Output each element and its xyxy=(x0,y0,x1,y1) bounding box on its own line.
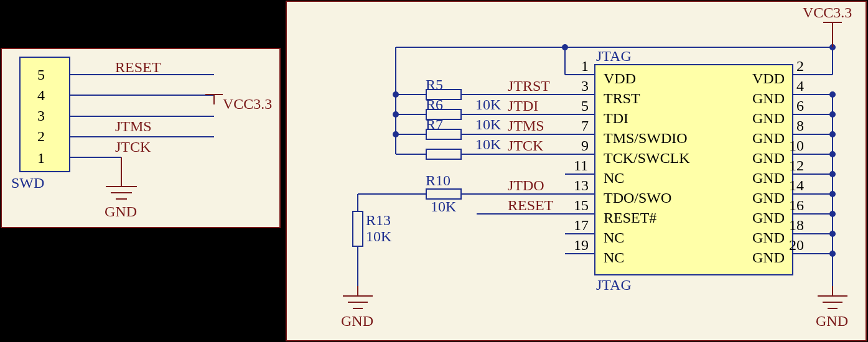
swd-pin-3-net: JTMS xyxy=(115,118,152,134)
svg-text:NC: NC xyxy=(604,170,624,186)
svg-text:GND: GND xyxy=(752,150,785,166)
svg-text:TDO/SWO: TDO/SWO xyxy=(604,190,671,206)
svg-text:GND: GND xyxy=(752,229,785,246)
swd-pin-4-num: 4 xyxy=(37,87,45,103)
svg-text:8: 8 xyxy=(796,118,804,134)
svg-text:10K: 10K xyxy=(475,116,502,132)
swd-pin-1-net: GND xyxy=(105,203,137,220)
svg-text:TCK/SWCLK: TCK/SWCLK xyxy=(604,150,690,166)
swd-pin-5-num: 5 xyxy=(37,67,45,83)
svg-text:10K: 10K xyxy=(475,96,502,113)
jtag-designator: JTAG xyxy=(596,277,632,293)
svg-point-143 xyxy=(829,91,836,98)
svg-text:9: 9 xyxy=(581,137,589,154)
svg-text:JTCK: JTCK xyxy=(508,137,544,154)
svg-point-145 xyxy=(829,131,836,137)
gnd-label-left: GND xyxy=(341,313,373,329)
svg-text:VDD: VDD xyxy=(604,70,636,86)
svg-point-151 xyxy=(829,251,836,257)
svg-point-149 xyxy=(829,211,836,217)
svg-text:JTMS: JTMS xyxy=(508,118,544,134)
swd-pin-5-net: RESET xyxy=(115,59,161,75)
svg-point-144 xyxy=(829,111,836,118)
svg-text:19: 19 xyxy=(574,237,589,253)
svg-text:R13: R13 xyxy=(366,212,391,228)
svg-text:18: 18 xyxy=(789,217,804,233)
svg-text:17: 17 xyxy=(574,217,589,233)
jtag-title: JTAG xyxy=(596,48,632,64)
svg-text:20: 20 xyxy=(789,237,804,253)
svg-text:TDI: TDI xyxy=(604,110,628,126)
svg-text:GND: GND xyxy=(752,210,785,226)
svg-text:5: 5 xyxy=(581,98,589,114)
svg-text:2: 2 xyxy=(796,58,804,74)
svg-text:R10: R10 xyxy=(426,172,450,188)
svg-text:JTRST: JTRST xyxy=(508,78,550,94)
svg-text:RESET#: RESET# xyxy=(604,210,656,226)
swd-pin-3-num: 3 xyxy=(37,108,45,124)
svg-text:GND: GND xyxy=(752,130,785,146)
svg-point-150 xyxy=(829,231,836,237)
svg-text:GND: GND xyxy=(752,90,785,106)
svg-text:12: 12 xyxy=(789,157,804,173)
swd-pin-2-net: JTCK xyxy=(115,139,151,155)
svg-point-146 xyxy=(829,151,836,157)
svg-text:14: 14 xyxy=(789,177,804,193)
svg-text:R7: R7 xyxy=(426,116,443,132)
svg-text:10: 10 xyxy=(789,137,804,154)
svg-text:TMS/SWDIO: TMS/SWDIO xyxy=(604,130,688,146)
swd-pin-2-num: 2 xyxy=(37,128,45,144)
svg-text:7: 7 xyxy=(581,118,589,134)
swd-pin-1-num: 1 xyxy=(37,150,45,166)
svg-text:JTDI: JTDI xyxy=(508,98,538,114)
svg-text:R6: R6 xyxy=(426,96,443,113)
svg-text:RESET: RESET xyxy=(508,197,554,213)
svg-text:GND: GND xyxy=(752,249,785,266)
gnd-label-right: GND xyxy=(816,313,848,329)
vcc-label-right: VCC3.3 xyxy=(803,4,852,21)
svg-text:TRST: TRST xyxy=(604,90,640,106)
svg-text:NC: NC xyxy=(604,249,624,266)
svg-text:1: 1 xyxy=(581,58,589,74)
svg-text:10K: 10K xyxy=(475,136,502,152)
swd-designator: SWD xyxy=(11,175,44,191)
svg-text:13: 13 xyxy=(574,177,589,193)
svg-point-147 xyxy=(829,171,836,177)
jtag-panel: JTAG JTAG 1 3 5 7 9 11 13 15 17 xyxy=(286,1,866,341)
svg-text:16: 16 xyxy=(789,197,804,213)
svg-text:GND: GND xyxy=(752,190,785,206)
svg-point-91 xyxy=(562,44,568,50)
svg-text:GND: GND xyxy=(752,170,785,186)
svg-text:JTDO: JTDO xyxy=(508,177,544,193)
svg-text:15: 15 xyxy=(574,197,589,213)
swd-connector-body xyxy=(20,57,70,172)
svg-point-148 xyxy=(829,191,836,197)
svg-text:6: 6 xyxy=(796,98,804,114)
svg-text:10K: 10K xyxy=(366,228,392,244)
svg-text:11: 11 xyxy=(574,157,588,173)
svg-text:GND: GND xyxy=(752,110,785,126)
svg-text:4: 4 xyxy=(796,78,804,94)
svg-text:R5: R5 xyxy=(426,76,443,93)
svg-text:NC: NC xyxy=(604,229,624,246)
swd-panel: SWD 5 4 3 2 1 RESET VCC3.3 JTMS JTCK GND xyxy=(1,49,280,228)
svg-text:3: 3 xyxy=(581,78,589,94)
swd-pin-4-net: VCC3.3 xyxy=(223,96,272,112)
svg-text:VDD: VDD xyxy=(752,70,785,86)
svg-text:10K: 10K xyxy=(431,198,457,215)
